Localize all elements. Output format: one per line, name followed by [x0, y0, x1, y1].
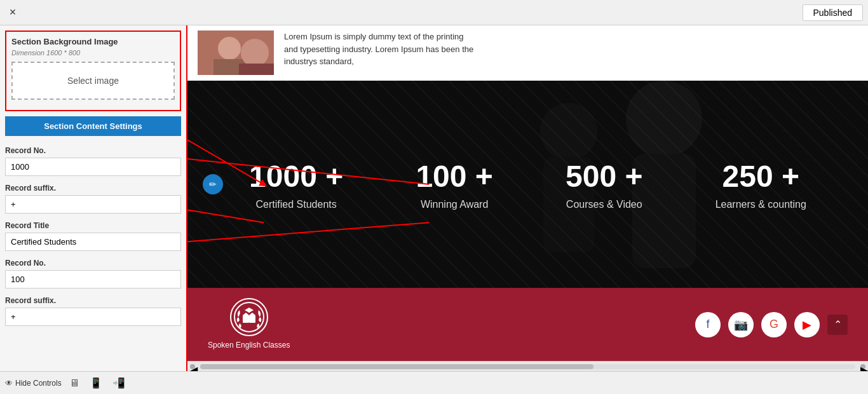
social-facebook-icon[interactable]: f [695, 312, 721, 337]
svg-rect-16 [249, 315, 255, 323]
scroll-left-arrow: ◀ [190, 364, 195, 369]
svg-point-1 [218, 37, 241, 60]
stat-number-4: 250 + [715, 159, 806, 194]
svg-rect-18 [248, 310, 250, 313]
panel-subtitle: Dimension 1600 * 800 [11, 49, 175, 57]
panel-title: Section Background Image [11, 37, 175, 46]
horizontal-scrollbar[interactable]: ◀ ▶ [187, 361, 868, 371]
field-label-record-title: Record Title [5, 221, 181, 230]
published-button[interactable]: Published [803, 4, 864, 21]
stat-label-2: Winning Award [416, 199, 492, 210]
bottom-toolbar: 👁 Hide Controls 🖥 📱 📲 [0, 371, 868, 394]
background-image-section: Section Background Image Dimension 1600 … [5, 31, 181, 111]
social-youtube-icon[interactable]: ▶ [794, 312, 820, 337]
social-instagram-icon[interactable]: 📷 [728, 312, 754, 337]
right-content: Lorem Ipsum is simply dummy text of the … [187, 25, 868, 371]
field-record-suffix-2: Record suffix. [5, 296, 181, 329]
main-layout: Section Background Image Dimension 1600 … [0, 25, 868, 371]
field-record-title: Record Title [5, 221, 181, 254]
field-input-record-title[interactable] [5, 233, 181, 251]
footer-section: Spoken English Classes f 📷 G ▶ ⌃ [187, 288, 868, 361]
hide-controls-button[interactable]: 👁 Hide Controls [5, 379, 62, 388]
pencil-icon: ✏ [209, 179, 217, 189]
field-label-record-no-1: Record No. [5, 146, 181, 155]
desktop-view-icon[interactable]: 🖥 [67, 376, 82, 390]
field-record-no-2: Record No. [5, 259, 181, 291]
preview-text: Lorem Ipsum is simply dummy text of the … [284, 31, 475, 68]
field-record-suffix-1: Record suffix. [5, 184, 181, 216]
svg-point-3 [241, 39, 269, 67]
stats-section: ✏ 1000 + Certified Students 100 + Winnin… [187, 81, 868, 288]
edit-icon[interactable]: ✏ [203, 174, 223, 194]
youtube-icon: ▶ [803, 318, 811, 332]
instagram-icon: 📷 [734, 318, 748, 332]
field-input-record-no-2[interactable] [5, 270, 181, 289]
preview-image [198, 31, 274, 75]
stat-label-1: Certified Students [249, 199, 343, 210]
stat-certified-students: 1000 + Certified Students [249, 159, 343, 210]
social-google-icon[interactable]: G [761, 312, 787, 337]
field-input-suffix-1[interactable] [5, 195, 181, 214]
google-letter: G [770, 318, 778, 331]
svg-rect-4 [239, 64, 274, 75]
facebook-letter: f [706, 318, 709, 331]
stat-label-3: Courses & Video [566, 199, 642, 210]
stats-content: 1000 + Certified Students 100 + Winning … [187, 146, 868, 223]
close-button[interactable]: × [5, 5, 20, 20]
field-input-record-no-1[interactable] [5, 158, 181, 176]
scroll-track[interactable] [200, 364, 855, 369]
field-label-record-no-2: Record No. [5, 259, 181, 268]
scroll-top-button[interactable]: ⌃ [827, 315, 848, 335]
hide-controls-label: Hide Controls [15, 379, 62, 388]
stat-learners-counting: 250 + Learners & counting [715, 159, 806, 210]
footer-logo: Spoken English Classes [208, 298, 290, 351]
stat-label-4: Learners & counting [715, 199, 806, 210]
field-input-suffix-2[interactable] [5, 308, 181, 326]
stat-courses-video: 500 + Courses & Video [566, 159, 642, 210]
eye-icon: 👁 [5, 379, 13, 388]
left-panel: Section Background Image Dimension 1600 … [0, 25, 187, 371]
svg-rect-15 [243, 315, 249, 323]
footer-social: f 📷 G ▶ ⌃ [695, 312, 848, 337]
stat-number-3: 500 + [566, 159, 642, 194]
logo-emblem [230, 298, 268, 336]
mobile-view-icon[interactable]: 📲 [110, 376, 128, 390]
section-content-settings-button[interactable]: Section Content Settings [5, 116, 181, 136]
tablet-view-icon[interactable]: 📱 [87, 376, 105, 390]
stat-number-1: 1000 + [249, 159, 343, 194]
stat-number-2: 100 + [416, 159, 492, 194]
scroll-right-arrow: ▶ [860, 364, 865, 369]
scroll-thumb[interactable] [200, 364, 593, 369]
field-record-no-1: Record No. [5, 146, 181, 179]
top-preview: Lorem Ipsum is simply dummy text of the … [187, 25, 868, 81]
top-bar: × Published [0, 0, 868, 25]
footer-logo-text: Spoken English Classes [208, 340, 290, 351]
field-label-suffix-1: Record suffix. [5, 184, 181, 193]
select-image-area[interactable]: Select image [11, 62, 175, 100]
field-label-suffix-2: Record suffix. [5, 296, 181, 305]
stat-winning-award: 100 + Winning Award [416, 159, 492, 210]
